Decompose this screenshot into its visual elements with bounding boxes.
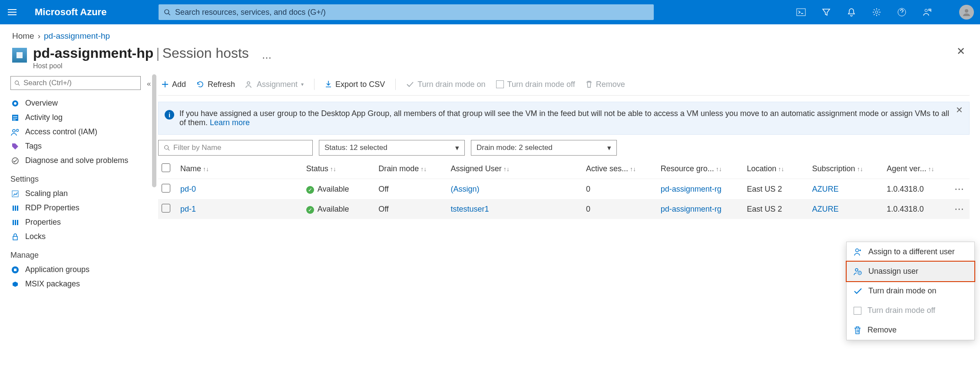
svg-rect-14 xyxy=(13,118,17,119)
filter-icon xyxy=(822,8,831,17)
export-csv-button[interactable]: Export to CSV xyxy=(325,80,385,89)
svg-point-8 xyxy=(15,81,19,84)
drain-filter[interactable]: Drain mode: 2 selected▾ xyxy=(471,140,617,156)
subscription-link[interactable]: AZURE xyxy=(812,205,839,213)
refresh-button[interactable]: Refresh xyxy=(196,80,235,89)
host-name-link[interactable]: pd-1 xyxy=(180,205,196,213)
sidebar-item-tags[interactable]: Tags xyxy=(10,139,152,153)
subscription-link[interactable]: AZURE xyxy=(812,185,839,193)
sidebar-item-properties[interactable]: Properties xyxy=(10,215,152,229)
cloud-shell-button[interactable] xyxy=(795,6,807,18)
col-location[interactable]: Location xyxy=(747,164,776,173)
sidebar-item-label: Scaling plan xyxy=(25,189,68,198)
global-search-input[interactable] xyxy=(175,8,649,17)
drain-on-button[interactable]: Turn drain mode on xyxy=(406,80,485,89)
svg-rect-21 xyxy=(15,206,16,211)
sidebar-item-diagnose[interactable]: Diagnose and solve problems xyxy=(10,153,152,168)
user-avatar[interactable] xyxy=(959,5,974,20)
breadcrumb-separator: › xyxy=(38,31,40,41)
svg-point-5 xyxy=(925,9,927,12)
resource-menu: « Overview Activity log Access control (… xyxy=(0,73,155,392)
select-all-checkbox[interactable] xyxy=(162,163,170,172)
table-row[interactable]: pd-0 ✓Available Off (Assign) 0 pd-assign… xyxy=(158,179,970,199)
cell-active: 0 xyxy=(583,199,657,219)
assign-link[interactable]: (Assign) xyxy=(451,185,480,193)
sidebar-item-msix-packages[interactable]: MSIX packages xyxy=(10,277,152,291)
cloud-shell-icon xyxy=(796,8,806,16)
svg-point-33 xyxy=(855,269,858,271)
trash-icon xyxy=(586,80,593,88)
checkbox-icon xyxy=(496,80,504,88)
download-icon xyxy=(325,80,332,88)
ctx-drain-mode-off: Turn drain mode off xyxy=(847,301,974,320)
settings-button[interactable] xyxy=(871,6,883,18)
breadcrumb-home[interactable]: Home xyxy=(12,31,34,41)
row-context-menu-button[interactable]: ⋯ xyxy=(954,183,964,194)
content-area: Add Refresh Assignment▾ Export to CSV Tu… xyxy=(155,73,980,392)
ctx-assign-different-user[interactable]: Assign to a different user xyxy=(847,242,974,262)
sidebar-item-activity-log[interactable]: Activity log xyxy=(10,110,152,125)
person-icon xyxy=(245,80,253,88)
table-row[interactable]: pd-1 ✓Available Off tstestuser1 0 pd-ass… xyxy=(158,199,970,219)
sidebar-item-access-control[interactable]: Access control (IAM) xyxy=(10,125,152,139)
collapse-menu-button[interactable]: « xyxy=(147,80,151,88)
add-button[interactable]: Add xyxy=(162,80,186,89)
filter-row: Filter by Name Status: 12 selected▾ Drai… xyxy=(158,140,970,156)
rg-link[interactable]: pd-assignment-rg xyxy=(661,205,722,213)
rg-link[interactable]: pd-assignment-rg xyxy=(661,185,722,193)
drain-off-button[interactable]: Turn drain mode off xyxy=(496,80,575,89)
sidebar-item-application-groups[interactable]: Application groups xyxy=(10,262,152,277)
col-subscription[interactable]: Subscription xyxy=(812,164,855,173)
hamburger-menu[interactable] xyxy=(0,9,24,15)
topbar-icons xyxy=(795,5,980,20)
status-filter[interactable]: Status: 12 selected▾ xyxy=(319,140,465,156)
learn-more-link[interactable]: Learn more xyxy=(210,118,250,127)
row-checkbox[interactable] xyxy=(162,204,170,213)
sidebar-item-label: Application groups xyxy=(25,265,89,274)
row-context-menu-button[interactable]: ⋯ xyxy=(954,203,964,214)
col-name[interactable]: Name xyxy=(180,164,201,173)
col-active[interactable]: Active ses... xyxy=(586,164,628,173)
assignment-button[interactable]: Assignment▾ xyxy=(245,80,304,89)
breadcrumb-current[interactable]: pd-assignment-hp xyxy=(44,31,110,41)
assigned-user-link[interactable]: tstestuser1 xyxy=(451,205,489,213)
cell-drain: Off xyxy=(375,179,447,199)
remove-button[interactable]: Remove xyxy=(586,80,625,89)
svg-rect-13 xyxy=(13,116,17,117)
sidebar-item-locks[interactable]: Locks xyxy=(10,229,152,244)
plus-icon xyxy=(162,81,169,88)
brand-label[interactable]: Microsoft Azure xyxy=(35,7,106,18)
resource-menu-search-input[interactable] xyxy=(23,79,137,87)
host-name-link[interactable]: pd-0 xyxy=(180,185,196,193)
row-checkbox[interactable] xyxy=(162,184,170,193)
refresh-icon xyxy=(196,80,204,88)
status-ok-icon: ✓ xyxy=(306,186,314,194)
global-search[interactable] xyxy=(159,4,654,20)
sidebar-item-rdp-properties[interactable]: RDP Properties xyxy=(10,201,152,215)
notifications-button[interactable] xyxy=(845,6,858,18)
col-status[interactable]: Status xyxy=(306,164,328,173)
close-blade-button[interactable]: ✕ xyxy=(957,45,968,57)
ctx-drain-mode-on[interactable]: Turn drain mode on xyxy=(847,281,974,301)
feedback-button[interactable] xyxy=(921,6,933,18)
col-drain[interactable]: Drain mode xyxy=(378,164,419,173)
sidebar-item-overview[interactable]: Overview xyxy=(10,96,152,110)
svg-rect-7 xyxy=(17,52,23,58)
resource-menu-search[interactable] xyxy=(10,76,141,90)
search-icon xyxy=(164,145,170,151)
ctx-unassign-user[interactable]: Unassign user xyxy=(847,262,974,281)
filter-button[interactable] xyxy=(820,6,832,18)
info-text: If you have assigned a user group to the… xyxy=(179,109,949,127)
col-rg[interactable]: Resource gro... xyxy=(661,164,714,173)
help-icon xyxy=(897,8,906,17)
more-actions-button[interactable]: ⋯ xyxy=(262,52,271,63)
dismiss-info-button[interactable]: ✕ xyxy=(956,105,963,115)
sidebar-item-scaling-plan[interactable]: Scaling plan xyxy=(10,186,152,201)
scaling-icon xyxy=(11,190,19,198)
help-button[interactable] xyxy=(896,6,908,18)
filter-by-name[interactable]: Filter by Name xyxy=(158,140,313,156)
ctx-remove[interactable]: Remove xyxy=(847,320,974,340)
sidebar-item-label: MSIX packages xyxy=(25,279,80,289)
col-agent[interactable]: Agent ver... xyxy=(887,164,926,173)
col-assigned[interactable]: Assigned User xyxy=(451,164,502,173)
